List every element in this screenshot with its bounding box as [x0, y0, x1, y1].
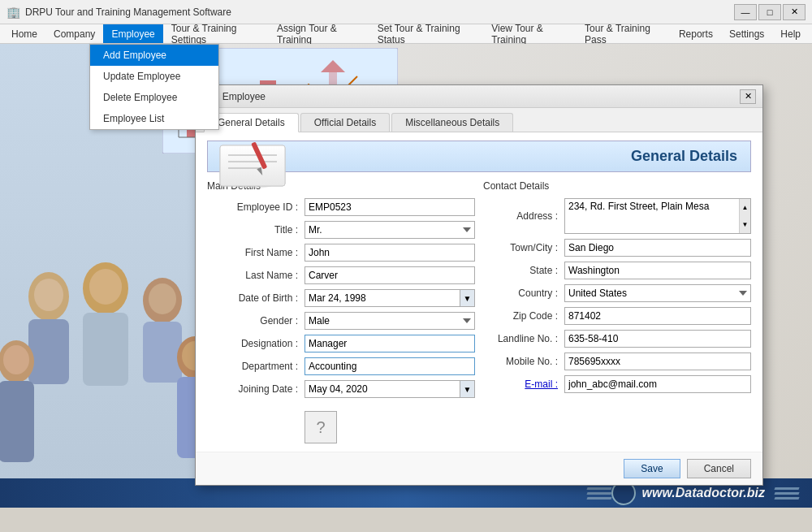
dropdown-delete-employee[interactable]: Delete Employee [90, 87, 218, 108]
menu-tour-training-pass[interactable]: Tour & Training Pass [577, 24, 671, 43]
department-label: Department : [207, 361, 304, 372]
tab-miscellaneous-details[interactable]: Miscellaneous Details [391, 113, 513, 132]
menu-set-status[interactable]: Set Tour & Training Status [369, 24, 483, 43]
department-input[interactable] [304, 357, 475, 375]
modal-close-button[interactable]: ✕ [740, 89, 756, 104]
state-input[interactable] [564, 262, 751, 279]
dob-input[interactable] [305, 290, 460, 306]
designation-row: Designation : [207, 335, 475, 353]
bottom-logo: www.Datadoctor.biz [642, 486, 765, 500]
gender-select[interactable]: Male Female Other [304, 312, 475, 330]
first-name-input[interactable] [304, 244, 475, 262]
tab-bar: General Details Official Details Miscell… [196, 108, 762, 132]
svg-point-11 [3, 345, 29, 374]
dob-input-wrap: ▼ [304, 289, 475, 307]
dropdown-update-employee[interactable]: Update Employee [90, 66, 218, 87]
diag-line-3 [586, 497, 611, 500]
town-city-row: Town/City : [483, 239, 751, 257]
svg-rect-1 [28, 319, 69, 384]
main-details-col: Main Details Employee ID : Title : Mr. M… [207, 180, 475, 443]
employee-id-input[interactable] [304, 198, 475, 216]
joining-date-wrap: ▼ [304, 380, 475, 398]
mobile-input[interactable] [564, 353, 751, 370]
save-button[interactable]: Save [624, 459, 680, 478]
town-city-input[interactable] [564, 239, 751, 257]
bottom-decoration [581, 487, 611, 500]
diagonal-lines [587, 487, 611, 500]
menu-home[interactable]: Home [3, 24, 45, 43]
dropdown-add-employee[interactable]: Add Employee [90, 45, 218, 66]
joining-date-input[interactable] [305, 381, 460, 397]
contact-details-label: Contact Details [483, 180, 751, 192]
title-select[interactable]: Mr. Mrs. Ms. Dr. [304, 221, 475, 239]
country-row: Country : United States Canada United Ki… [483, 284, 751, 302]
title-bar: 🏢 DRPU Tour and Training Management Soft… [0, 0, 812, 24]
app-close-button[interactable]: ✕ [783, 4, 806, 20]
cancel-button[interactable]: Cancel [687, 459, 751, 478]
add-employee-modal: Add Employee ✕ General Details Official … [195, 84, 763, 486]
address-input[interactable]: 234, Rd. First Street, Plain Mesa [565, 199, 739, 233]
joining-date-calendar-button[interactable]: ▼ [460, 381, 474, 397]
modal-footer: Save Cancel [196, 452, 762, 485]
menu-employee[interactable]: Employee [103, 24, 162, 43]
email-input[interactable] [564, 375, 751, 393]
menu-tour-training-settings[interactable]: Tour & Training Settings [163, 24, 269, 43]
gender-label: Gender : [207, 315, 304, 327]
email-row: E-mail : [483, 375, 751, 393]
title-label: Title : [207, 224, 304, 236]
photo-placeholder[interactable]: ? [304, 411, 337, 443]
contact-details-col: Contact Details Address : 234, Rd. First… [483, 180, 751, 443]
svg-point-2 [34, 279, 63, 311]
dob-calendar-button[interactable]: ▼ [460, 290, 474, 306]
menu-view-tour-training[interactable]: View Tour & Training [483, 24, 577, 43]
employee-dropdown: Add Employee Update Employee Delete Empl… [89, 44, 219, 130]
dropdown-employee-list[interactable]: Employee List [90, 108, 218, 129]
tab-official-details[interactable]: Official Details [300, 113, 390, 132]
modal-title-bar: Add Employee ✕ [196, 85, 762, 108]
app-title: DRPU Tour and Training Management Softwa… [25, 6, 734, 18]
section-header-title: General Details [221, 148, 737, 165]
email-label[interactable]: E-mail : [483, 378, 564, 390]
section-header: General Details [207, 141, 751, 172]
title-row: Title : Mr. Mrs. Ms. Dr. [207, 221, 475, 239]
svg-point-5 [89, 269, 122, 305]
form-columns: Main Details Employee ID : Title : Mr. M… [207, 180, 751, 443]
dob-label: Date of Birth : [207, 292, 304, 304]
landline-input[interactable] [564, 330, 751, 348]
joining-date-label: Joining Date : [207, 383, 304, 395]
address-scrollbar: ▲ ▼ [739, 199, 750, 233]
menu-help[interactable]: Help [772, 24, 809, 43]
dob-row: Date of Birth : ▼ [207, 289, 475, 307]
diag-line-2 [586, 492, 611, 495]
country-select[interactable]: United States Canada United Kingdom [564, 284, 751, 302]
menu-reports[interactable]: Reports [671, 24, 721, 43]
menu-company[interactable]: Company [45, 24, 103, 43]
department-row: Department : [207, 357, 475, 375]
address-scroll-up[interactable]: ▲ [740, 199, 750, 216]
svg-rect-10 [0, 381, 34, 462]
last-name-label: Last Name : [207, 270, 304, 281]
address-scroll-down[interactable]: ▼ [740, 216, 750, 233]
menu-settings[interactable]: Settings [721, 24, 772, 43]
designation-input[interactable] [304, 335, 475, 353]
landline-label: Landline No. : [483, 333, 564, 344]
svg-rect-27 [220, 145, 285, 186]
header-decoration [216, 137, 289, 190]
modal-title: Add Employee [202, 91, 740, 102]
last-name-row: Last Name : [207, 266, 475, 284]
address-row: Address : 234, Rd. First Street, Plain M… [483, 198, 751, 234]
zip-code-input[interactable] [564, 307, 751, 325]
maximize-button[interactable]: □ [758, 4, 781, 20]
svg-rect-4 [83, 313, 128, 386]
first-name-row: First Name : [207, 244, 475, 262]
diagonal-lines-right [775, 487, 799, 500]
town-city-label: Town/City : [483, 242, 564, 253]
joining-date-row: Joining Date : ▼ [207, 380, 475, 398]
last-name-input[interactable] [304, 266, 475, 284]
minimize-button[interactable]: — [734, 4, 757, 20]
state-row: State : [483, 262, 751, 279]
menu-assign-tour-training[interactable]: Assign Tour & Training [269, 24, 369, 43]
state-label: State : [483, 265, 564, 276]
mobile-label: Mobile No. : [483, 356, 564, 367]
form-area: General Details Main Details Employee ID… [196, 132, 762, 452]
